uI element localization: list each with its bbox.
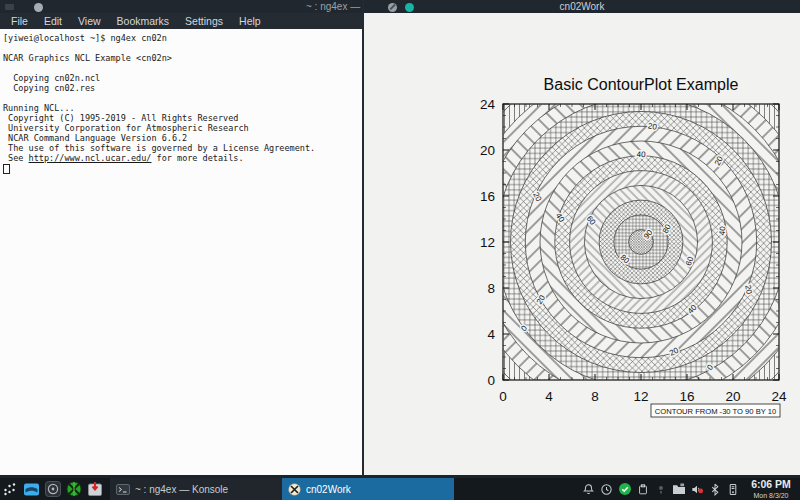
terminal-line: Copying cn02.res (3, 83, 362, 93)
bluetooth-icon[interactable] (707, 482, 722, 497)
window-close-icon[interactable] (34, 3, 43, 12)
task-label: ~ : ng4ex — Konsole (135, 484, 228, 495)
x11-icon (288, 483, 301, 496)
svg-text:0: 0 (499, 389, 507, 404)
terminal-line (3, 43, 362, 53)
clock-widget[interactable]: 6:06 PM Mon 8/3/20 (744, 479, 798, 499)
svg-text:0: 0 (487, 373, 495, 388)
svg-text:16: 16 (679, 389, 694, 404)
device-notifier-icon[interactable] (671, 482, 686, 497)
window-menu-icon[interactable] (5, 4, 14, 10)
plot-titlebar[interactable]: cn02Work (364, 0, 800, 13)
svg-text:16: 16 (480, 189, 495, 204)
svg-text:8: 8 (591, 389, 599, 404)
ncl-url-link[interactable]: http://www.ncl.ucar.edu/ (29, 153, 152, 163)
plot-window-title: cn02Work (364, 1, 800, 12)
terminal-line: NCAR Graphics NCL Example <cn02n> (3, 53, 362, 63)
notifications-icon[interactable] (581, 482, 596, 497)
contour-label: 40 (636, 150, 646, 159)
menu-view[interactable]: View (70, 13, 109, 29)
updates-ok-icon[interactable] (617, 482, 632, 497)
svg-text:8: 8 (487, 281, 495, 296)
status-dot-icon[interactable] (653, 482, 668, 497)
system-tray (581, 482, 740, 497)
media-player-icon[interactable] (42, 478, 63, 500)
file-manager-icon[interactable] (21, 478, 42, 500)
contour-plot: 0020202020202040404040606080809004812162… (364, 13, 800, 475)
terminal-line (3, 63, 362, 73)
taskbar: ~ : ng4ex — Konsole cn02Work (0, 478, 800, 500)
contour-label: 40 (718, 225, 728, 235)
svg-text:24: 24 (771, 389, 787, 404)
task-label: cn02Work (306, 484, 351, 495)
plot-title: Basic ContourPlot Example (544, 76, 739, 93)
removable-media-icon[interactable] (725, 482, 740, 497)
svg-text:4: 4 (545, 389, 553, 404)
package-installer-icon[interactable] (84, 478, 105, 500)
x-app-icon[interactable] (63, 478, 84, 500)
svg-text:24: 24 (480, 97, 496, 112)
menu-help[interactable]: Help (231, 13, 269, 29)
clock-date: Mon 8/3/20 (744, 492, 798, 499)
clipboard-icon[interactable] (635, 482, 650, 497)
svg-text:12: 12 (480, 235, 495, 250)
terminal-window: ~ : ng4ex — Konsole FileEditViewBookmark… (0, 0, 362, 478)
terminal-line (3, 163, 362, 173)
terminal-window-title: ~ : ng4ex — Konsole (306, 1, 362, 12)
terminal-line: Copyright (C) 1995-2019 - All Rights Res… (3, 113, 362, 123)
taskbar-task-cn02work[interactable]: cn02Work (282, 478, 454, 500)
terminal-line: University Corporation for Atmospheric R… (3, 123, 362, 133)
svg-text:4: 4 (487, 327, 495, 342)
terminal-line: NCAR Command Language Version 6.6.2 (3, 133, 362, 143)
konsole-icon (116, 484, 130, 495)
menu-file[interactable]: File (3, 13, 36, 29)
desktop: ~ : ng4ex — Konsole FileEditViewBookmark… (0, 0, 800, 500)
app-launcher-icon[interactable] (0, 478, 21, 500)
terminal-line: See http://www.ncl.ucar.edu/ for more de… (3, 153, 362, 163)
svg-text:20: 20 (480, 143, 495, 158)
clock-time: 6:06 PM (744, 479, 798, 490)
terminal-output[interactable]: [yiwei@localhost ~]$ ng4ex cn02nNCAR Gra… (0, 29, 362, 475)
terminal-menu-bar: FileEditViewBookmarksSettingsHelp (0, 13, 362, 29)
volume-muted-icon[interactable] (689, 482, 704, 497)
terminal-line: [yiwei@localhost ~]$ ng4ex cn02n (3, 33, 362, 43)
contour-info-text: CONTOUR FROM -30 TO 90 BY 10 (655, 407, 776, 416)
svg-text:20: 20 (725, 389, 740, 404)
terminal-cursor (3, 164, 10, 174)
clock-icon[interactable] (599, 482, 614, 497)
taskbar-task-konsole[interactable]: ~ : ng4ex — Konsole (110, 478, 282, 500)
menu-bookmarks[interactable]: Bookmarks (109, 13, 178, 29)
terminal-line: Running NCL... (3, 103, 362, 113)
plot-window: cn02Work (362, 0, 800, 478)
menu-settings[interactable]: Settings (177, 13, 231, 29)
terminal-line: Copying cn02n.ncl (3, 73, 362, 83)
svg-text:12: 12 (633, 389, 648, 404)
terminal-line (3, 93, 362, 103)
menu-edit[interactable]: Edit (36, 13, 70, 29)
terminal-line: The use of this software is governed by … (3, 143, 362, 153)
terminal-titlebar[interactable]: ~ : ng4ex — Konsole (0, 0, 362, 13)
